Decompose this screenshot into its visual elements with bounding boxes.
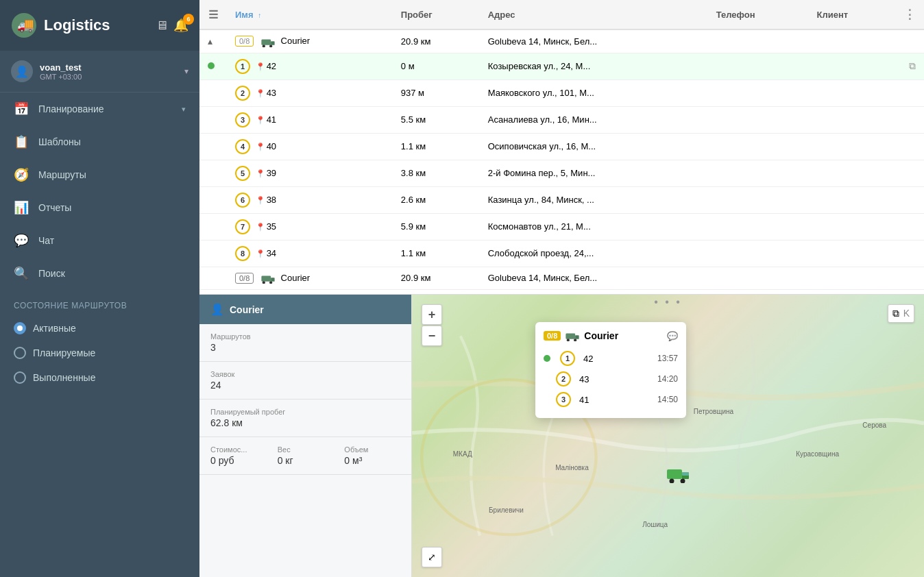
truck-map-marker bbox=[666, 465, 690, 488]
route-badge: 0/8 bbox=[235, 36, 254, 47]
copy-icon[interactable]: ⧉ bbox=[909, 60, 916, 72]
sidebar-item-label: Отчеты bbox=[38, 202, 186, 213]
mileage-cell: 20.9 км bbox=[393, 290, 480, 295]
search-icon: 🔍 bbox=[14, 266, 29, 281]
info-panel: 👤 Courier Маршрутов 3 Заявок 24 Планируе… bbox=[199, 295, 412, 577]
filter-completed[interactable]: Выполненные bbox=[11, 365, 189, 390]
mileage-cell: 5.5 км bbox=[393, 106, 480, 133]
zoom-out-button[interactable]: − bbox=[422, 326, 442, 346]
sidebar-item-search[interactable]: 🔍 Поиск bbox=[0, 257, 199, 290]
popup-route-badge: 0/8 bbox=[544, 331, 561, 341]
stop-name-cell: 5 📍39 bbox=[227, 160, 393, 186]
routes-table-area: ☰ Имя ↑ Пробег Адрес Телефон bbox=[199, 0, 924, 295]
sidebar-item-reports[interactable]: 📊 Отчеты bbox=[0, 191, 199, 224]
col-phone-header[interactable]: Телефон bbox=[708, 0, 809, 29]
user-avatar: 👤 bbox=[11, 60, 33, 82]
volume-value: 0 м³ bbox=[344, 455, 400, 466]
info-panel-title: Courier bbox=[230, 304, 264, 315]
notification-icon[interactable]: 🔔 6 bbox=[173, 18, 189, 33]
user-chevron-icon: ▾ bbox=[184, 66, 189, 76]
pin-icon: 📍 bbox=[256, 196, 265, 204]
filter-active[interactable]: Активные bbox=[11, 316, 189, 341]
table-row: 6 📍38 2.6 км Казинца ул., 84, Минск, ... bbox=[199, 186, 924, 213]
map-label-mkad: МКАД bbox=[453, 450, 472, 458]
user-name: voan_test bbox=[40, 62, 184, 73]
col-address-header[interactable]: Адрес bbox=[480, 0, 708, 29]
active-status-dot bbox=[208, 62, 215, 69]
stop-name-cell: 3 📍41 bbox=[227, 106, 393, 133]
courier-avatar-icon: 👤 bbox=[210, 303, 224, 316]
planning-icon: 📅 bbox=[14, 101, 29, 116]
stop-name-cell: 4 📍40 bbox=[227, 133, 393, 160]
svg-rect-21 bbox=[575, 335, 579, 339]
main-content: ☰ Имя ↑ Пробег Адрес Телефон bbox=[199, 0, 924, 577]
mileage-cell: 5.9 км bbox=[393, 213, 480, 240]
sidebar-item-routes[interactable]: 🧭 Маршруты bbox=[0, 158, 199, 191]
col-mileage-header[interactable]: Пробег bbox=[393, 0, 480, 29]
monitor-icon[interactable]: 🖥 bbox=[156, 19, 168, 33]
popup-header: 0/8 Courier 💬 bbox=[544, 330, 678, 341]
pin-icon: 📍 bbox=[256, 143, 265, 151]
stop-number: 5 bbox=[235, 166, 250, 181]
svg-rect-3 bbox=[271, 41, 275, 45]
radio-active-icon bbox=[14, 322, 26, 334]
popup-truck-icon bbox=[565, 330, 580, 341]
routes-label: Маршрутов bbox=[210, 332, 400, 341]
address-cell: Golubeva 14, Минск, Бел... bbox=[480, 267, 708, 290]
table-row: ▴ 0/8 Courier 20.9 км Golubeva 14, Ми bbox=[199, 29, 924, 53]
stop-id: 41 bbox=[579, 395, 589, 405]
indent-cell bbox=[199, 53, 227, 79]
expand-cell bbox=[199, 267, 227, 290]
route-name-cell: 0/8 Courier bbox=[227, 29, 393, 53]
popup-message-icon[interactable]: 💬 bbox=[667, 331, 678, 341]
zoom-in-button[interactable]: + bbox=[422, 304, 442, 325]
col-client-header[interactable]: Клиент bbox=[809, 0, 895, 29]
indent-cell bbox=[199, 79, 227, 106]
user-profile[interactable]: 👤 voan_test GMT +03:00 ▾ bbox=[0, 51, 199, 93]
col-mileage-label: Пробег bbox=[401, 10, 433, 20]
svg-rect-7 bbox=[271, 278, 275, 282]
filter-active-label: Активные bbox=[33, 323, 76, 334]
col-client-label: Клиент bbox=[817, 10, 849, 20]
table-row: ▴ 0/8 Courier 20.9 км Golubeva 14, Ми bbox=[199, 290, 924, 295]
info-row: Стоимос... 0 руб Вес 0 кг Объем 0 м³ bbox=[210, 445, 400, 466]
map-layers-button[interactable]: ⧉ K bbox=[888, 304, 914, 323]
stop-number: 2 bbox=[235, 86, 250, 101]
phone-cell bbox=[708, 53, 809, 79]
table-row: 5 📍39 3.8 км 2-й Фомина пер., 5, Мин... bbox=[199, 160, 924, 186]
mileage-cell: 1.1 км bbox=[393, 240, 480, 267]
stop-number: 1 bbox=[235, 59, 250, 74]
filter-planned[interactable]: Планируемые bbox=[11, 341, 189, 365]
expand-button[interactable]: ▴ bbox=[208, 36, 212, 47]
volume-col: Объем 0 м³ bbox=[344, 445, 400, 466]
table-row: 3 📍41 5.5 км Асаналиева ул., 16, Мин... bbox=[199, 106, 924, 133]
radio-completed-icon bbox=[14, 371, 26, 384]
route-name-cell: 0/8 Courier bbox=[227, 267, 393, 290]
col-phone-label: Телефон bbox=[716, 10, 755, 20]
svg-point-18 bbox=[681, 479, 685, 484]
address-cell: Маяковского ул., 101, М... bbox=[480, 79, 708, 106]
info-orders-section: Заявок 24 bbox=[199, 362, 411, 400]
col-name-header[interactable]: Имя ↑ bbox=[227, 0, 393, 29]
svg-rect-19 bbox=[682, 472, 689, 476]
map-expand-button[interactable]: ⤢ bbox=[422, 547, 442, 567]
info-mileage-section: Планируемый пробег 62.8 км bbox=[199, 400, 411, 437]
table-row: 1 📍42 0 м Козыревская ул., 24, М... ⧉ bbox=[199, 53, 924, 79]
menu-lines-icon[interactable]: ☰ bbox=[208, 9, 218, 21]
more-dots-icon[interactable]: • • • bbox=[654, 296, 682, 308]
cost-label: Стоимос... bbox=[210, 445, 267, 454]
stop-name-cell: 1 📍42 bbox=[227, 53, 393, 79]
sidebar-item-templates[interactable]: 📋 Шаблоны bbox=[0, 125, 199, 158]
sidebar-item-chat[interactable]: 💬 Чат bbox=[0, 224, 199, 257]
expand-cell: ▴ bbox=[199, 29, 227, 53]
app-logo: 🚚 bbox=[11, 12, 37, 38]
sidebar-item-planning[interactable]: 📅 Планирование ▾ bbox=[0, 93, 199, 125]
map-popup: 0/8 Courier 💬 1 42 bbox=[535, 322, 686, 418]
orders-label: Заявок bbox=[210, 370, 400, 378]
more-icon[interactable]: ⋮ bbox=[903, 8, 916, 21]
mileage-cell: 2.6 км bbox=[393, 186, 480, 213]
active-stop-dot bbox=[544, 355, 550, 362]
route-status-filters: Активные Планируемые Выполненные bbox=[0, 316, 199, 397]
bottom-area: 👤 Courier Маршрутов 3 Заявок 24 Планируе… bbox=[199, 295, 924, 577]
route-badge: 0/8 bbox=[235, 273, 254, 284]
